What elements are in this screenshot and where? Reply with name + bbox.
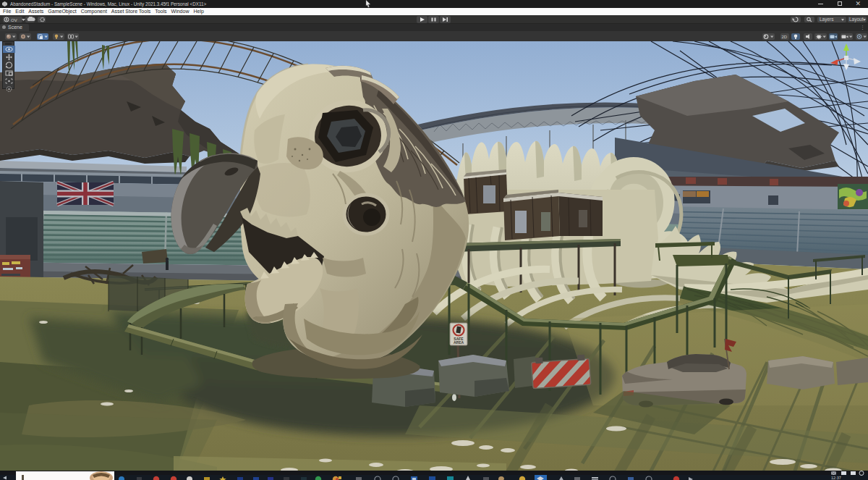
svg-text:AREA: AREA xyxy=(454,340,464,345)
svg-text:OV: OV xyxy=(11,18,17,22)
svg-text:12:37: 12:37 xyxy=(831,476,841,480)
svg-text:2D: 2D xyxy=(782,35,788,39)
